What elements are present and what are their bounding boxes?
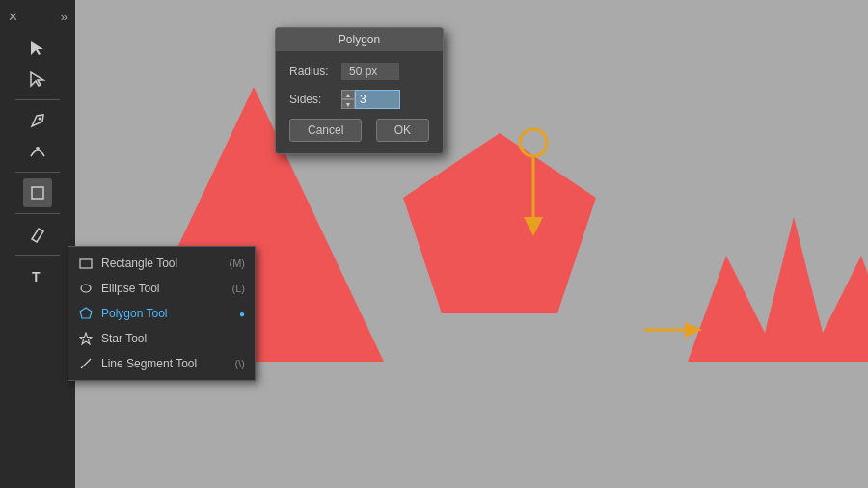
line-segment-tool-icon bbox=[78, 356, 94, 371]
svg-line-18 bbox=[81, 359, 91, 368]
svg-point-11 bbox=[36, 147, 40, 150]
sides-label: Sides: bbox=[289, 93, 336, 106]
line-segment-tool-label: Line Segment Tool bbox=[101, 357, 197, 370]
svg-rect-14 bbox=[80, 259, 92, 268]
star-tool-label: Star Tool bbox=[101, 332, 147, 345]
separator-2 bbox=[15, 172, 61, 173]
close-icon[interactable]: ✕ bbox=[8, 10, 18, 24]
pen-tool[interactable] bbox=[23, 106, 52, 135]
rectangle-tool-shortcut: (M) bbox=[230, 258, 246, 269]
star-shape bbox=[688, 207, 868, 371]
ellipse-tool-icon bbox=[78, 281, 94, 296]
svg-marker-7 bbox=[685, 322, 702, 338]
svg-point-15 bbox=[81, 285, 91, 292]
sides-row: Sides: ▲ ▼ 3 bbox=[289, 90, 429, 109]
tool-dropdown-menu: Rectangle Tool (M) Ellipse Tool (L) Poly… bbox=[68, 246, 256, 381]
svg-marker-8 bbox=[31, 41, 43, 55]
polygon-tool-icon bbox=[78, 306, 94, 321]
sides-decrement-btn[interactable]: ▼ bbox=[341, 99, 355, 109]
svg-marker-9 bbox=[31, 72, 43, 86]
ellipse-tool-option[interactable]: Ellipse Tool (L) bbox=[68, 276, 255, 301]
rectangle-tool-icon bbox=[78, 256, 94, 271]
line-segment-tool-option[interactable]: Line Segment Tool (\) bbox=[68, 351, 255, 376]
radius-label: Radius: bbox=[289, 65, 336, 78]
sides-input[interactable]: 3 bbox=[356, 91, 399, 108]
svg-text:T: T bbox=[32, 269, 41, 285]
svg-marker-2 bbox=[688, 217, 868, 362]
shapes-area bbox=[75, 0, 868, 488]
svg-marker-5 bbox=[524, 217, 543, 236]
eraser-tool[interactable] bbox=[23, 220, 52, 249]
text-tool[interactable]: T bbox=[23, 261, 52, 290]
line-segment-tool-shortcut: (\) bbox=[235, 358, 245, 369]
pentagon-shape bbox=[393, 125, 606, 328]
down-arrow bbox=[509, 125, 557, 251]
svg-marker-16 bbox=[80, 308, 92, 318]
separator-4 bbox=[15, 255, 61, 256]
polygon-tool-label: Polygon Tool bbox=[101, 307, 168, 320]
radius-value: 50 px bbox=[341, 63, 399, 80]
polygon-dialog: Polygon Radius: 50 px Sides: ▲ ▼ 3 Cance… bbox=[275, 27, 444, 154]
ok-button[interactable]: OK bbox=[376, 119, 429, 142]
shape-tool[interactable] bbox=[23, 178, 52, 207]
star-tool-option[interactable]: Star Tool bbox=[68, 326, 255, 351]
anchor-tool[interactable] bbox=[23, 137, 52, 166]
sides-input-group: ▲ ▼ 3 bbox=[341, 90, 399, 109]
ellipse-tool-shortcut: (L) bbox=[232, 283, 245, 294]
toolbar-top-bar: ✕ » bbox=[0, 8, 75, 26]
direct-selection-tool[interactable] bbox=[23, 65, 52, 94]
dialog-title-bar: Polygon bbox=[276, 28, 443, 51]
dialog-title: Polygon bbox=[339, 33, 380, 46]
right-arrow bbox=[644, 316, 707, 343]
polygon-selected-indicator: ● bbox=[239, 309, 245, 319]
dialog-content: Radius: 50 px Sides: ▲ ▼ 3 Cancel OK bbox=[276, 51, 443, 153]
rectangle-tool-label: Rectangle Tool bbox=[101, 257, 177, 270]
svg-rect-12 bbox=[32, 187, 43, 199]
separator-1 bbox=[15, 99, 61, 100]
ellipse-tool-label: Ellipse Tool bbox=[101, 282, 159, 295]
svg-marker-1 bbox=[403, 133, 596, 313]
cancel-button[interactable]: Cancel bbox=[289, 119, 362, 142]
separator-3 bbox=[15, 213, 61, 214]
expand-icon[interactable]: » bbox=[61, 10, 68, 24]
rectangle-tool-option[interactable]: Rectangle Tool (M) bbox=[68, 251, 255, 276]
svg-marker-17 bbox=[80, 333, 92, 344]
svg-point-3 bbox=[520, 129, 547, 156]
dialog-buttons: Cancel OK bbox=[289, 119, 429, 142]
sides-increment-btn[interactable]: ▲ bbox=[341, 90, 355, 99]
toolbar: ✕ » T bbox=[0, 0, 75, 488]
svg-point-10 bbox=[39, 118, 41, 121]
star-tool-icon bbox=[78, 331, 94, 346]
radius-row: Radius: 50 px bbox=[289, 63, 429, 80]
polygon-tool-option[interactable]: Polygon Tool ● bbox=[68, 301, 255, 326]
selection-tool[interactable] bbox=[23, 34, 52, 63]
